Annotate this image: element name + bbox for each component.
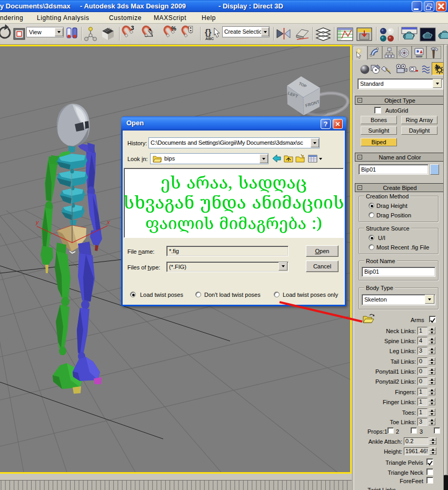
svg-text:3: 3: [131, 25, 134, 31]
svg-text:x: x: [106, 219, 110, 225]
svg-text:%: %: [171, 26, 176, 32]
svg-text:ABC: ABC: [205, 36, 214, 41]
svg-text:y: y: [35, 219, 39, 225]
svg-text:{}: {}: [205, 28, 211, 37]
